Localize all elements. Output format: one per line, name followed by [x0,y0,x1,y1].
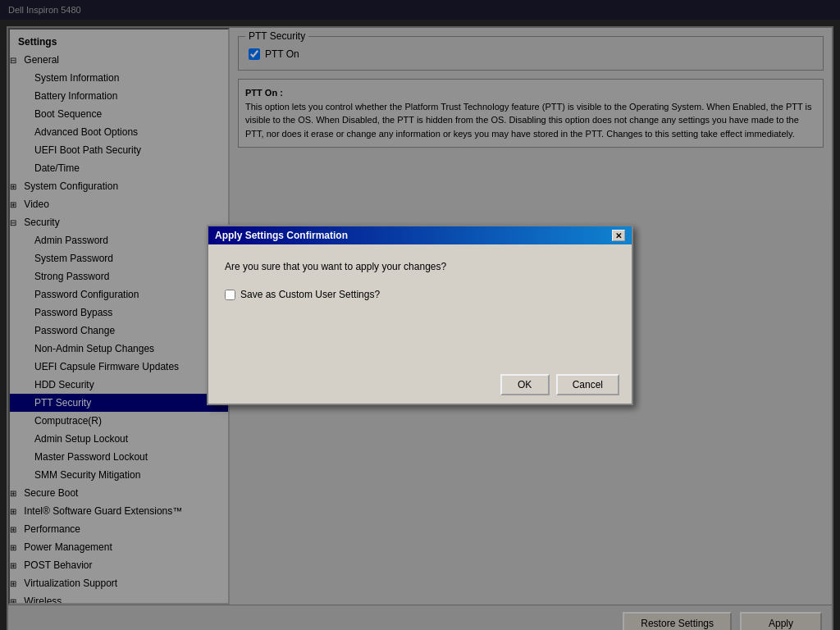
modal-body: Are you sure that you want to apply your… [208,244,632,366]
save-custom-checkbox[interactable] [225,290,235,300]
save-custom-row: Save as Custom User Settings? [225,289,615,300]
modal-cancel-button[interactable]: Cancel [556,374,619,395]
apply-settings-modal: Apply Settings Confirmation ✕ Are you su… [207,225,633,405]
modal-ok-button[interactable]: OK [500,374,550,395]
modal-footer: OK Cancel [208,366,632,404]
save-custom-label: Save as Custom User Settings? [240,289,380,300]
modal-title: Apply Settings Confirmation [215,230,348,241]
modal-close-button[interactable]: ✕ [612,230,625,241]
modal-titlebar: Apply Settings Confirmation ✕ [208,226,632,244]
modal-overlay: Apply Settings Confirmation ✕ Are you su… [0,0,840,630]
modal-question: Are you sure that you want to apply your… [225,261,615,272]
